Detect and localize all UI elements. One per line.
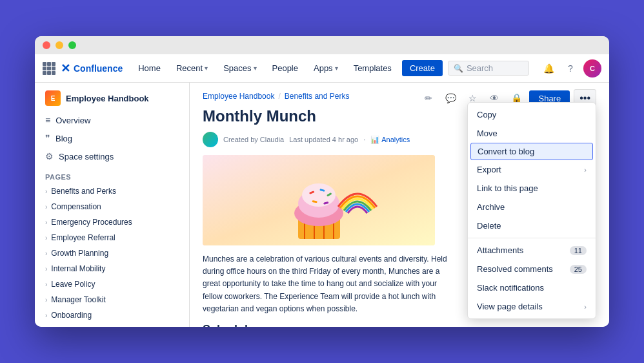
- chevron-down-icon: ▾: [254, 65, 257, 72]
- chevron-down-icon: ▾: [335, 65, 338, 72]
- sidebar-page-emergency[interactable]: › Emergency Procedures: [35, 214, 189, 230]
- chevron-right-icon: ›: [45, 265, 47, 273]
- sidebar-item-label: Space settings: [59, 152, 114, 161]
- sidebar: E Employee Handbook ≡ Overview ❞ Blog ⚙ …: [35, 83, 190, 327]
- chevron-right-icon: ›: [45, 203, 47, 211]
- nav-spaces[interactable]: Spaces ▾: [218, 61, 261, 76]
- overview-icon: ≡: [45, 115, 50, 125]
- attachments-badge: 11: [570, 246, 587, 255]
- edit-button[interactable]: ✏: [419, 89, 438, 107]
- sidebar-page-internal-mobility[interactable]: › Internal Mobility: [35, 261, 189, 276]
- sidebar-page-manager[interactable]: › Manager Toolkit: [35, 292, 189, 307]
- help-button[interactable]: ?: [561, 59, 579, 78]
- menu-item-convert-to-blog[interactable]: Convert to blog: [470, 143, 593, 160]
- navbar: ✕ Confluence Home Recent ▾ Spaces ▾ Peop…: [35, 54, 609, 83]
- chevron-right-icon: ›: [45, 188, 47, 195]
- sidebar-page-leave[interactable]: › Leave Policy: [35, 276, 189, 292]
- logo[interactable]: ✕ Confluence: [61, 61, 123, 76]
- menu-item-export[interactable]: Export ›: [468, 160, 596, 179]
- chevron-right-icon: ›: [45, 219, 47, 226]
- sidebar-page-compensation[interactable]: › Compensation: [35, 199, 189, 214]
- sidebar-item-blog[interactable]: ❞ Blog: [35, 129, 189, 147]
- sidebar-page-growth[interactable]: › Growth Planning: [35, 245, 189, 261]
- nav-recent[interactable]: Recent ▾: [171, 61, 213, 76]
- breadcrumb-link-benefits[interactable]: Benefits and Perks: [285, 92, 350, 101]
- settings-icon: ⚙: [45, 151, 54, 161]
- menu-item-move[interactable]: Move: [468, 124, 596, 143]
- sidebar-page-onboarding[interactable]: › Onboarding: [35, 307, 189, 323]
- sidebar-page-employee-referral[interactable]: › Employee Referral: [35, 230, 189, 245]
- sidebar-item-settings[interactable]: ⚙ Space settings: [35, 147, 189, 165]
- app-window: ✕ Confluence Home Recent ▾ Spaces ▾ Peop…: [35, 36, 609, 327]
- search-icon: 🔍: [454, 64, 463, 73]
- sidebar-item-label: Blog: [55, 134, 72, 143]
- space-icon: E: [45, 90, 61, 106]
- chevron-right-icon: ›: [584, 303, 587, 311]
- sidebar-item-overview[interactable]: ≡ Overview: [35, 111, 189, 129]
- nav-apps[interactable]: Apps ▾: [308, 61, 343, 76]
- resolved-comments-badge: 25: [570, 265, 587, 274]
- nav-people[interactable]: People: [267, 61, 303, 76]
- content-area: Employee Handbook / Benefits and Perks ✏…: [190, 83, 609, 327]
- grid-icon[interactable]: [43, 62, 55, 75]
- breadcrumb: Employee Handbook / Benefits and Perks: [190, 85, 362, 105]
- nav-home[interactable]: Home: [133, 61, 166, 76]
- sidebar-item-label: Overview: [55, 116, 90, 125]
- sidebar-space-title: Employee Handbook: [66, 94, 149, 103]
- menu-item-copy[interactable]: Copy: [468, 105, 596, 124]
- chevron-right-icon: ›: [45, 234, 47, 242]
- titlebar: [35, 36, 609, 54]
- breadcrumb-separator: /: [278, 92, 280, 101]
- sidebar-page-benefits[interactable]: › Benefits and Perks: [35, 183, 189, 199]
- menu-item-archive[interactable]: Archive: [468, 198, 596, 216]
- nav-templates[interactable]: Templates: [348, 61, 397, 76]
- main-body: E Employee Handbook ≡ Overview ❞ Blog ⚙ …: [35, 83, 609, 327]
- breadcrumb-link-handbook[interactable]: Employee Handbook: [203, 92, 274, 101]
- menu-item-resolved-comments[interactable]: Resolved comments 25: [468, 260, 596, 278]
- meta-created: Created by Claudia: [223, 136, 284, 143]
- minimize-dot[interactable]: [55, 41, 63, 49]
- meta-updated: Last updated 4 hr ago: [289, 136, 358, 143]
- chevron-right-icon: ›: [45, 296, 47, 304]
- author-avatar: [203, 132, 218, 147]
- cupcake-svg: [203, 155, 435, 245]
- chevron-right-icon: ›: [584, 166, 587, 174]
- page-body: Munches are a celebration of various cul…: [190, 253, 461, 323]
- sidebar-header: E Employee Handbook: [35, 83, 189, 111]
- maximize-dot[interactable]: [68, 41, 76, 49]
- search-box[interactable]: 🔍 Search: [448, 61, 529, 76]
- chevron-down-icon: ▾: [205, 65, 208, 72]
- menu-item-attachments[interactable]: Attachments 11: [468, 241, 596, 260]
- logo-icon: ✕: [61, 61, 70, 76]
- chevron-right-icon: ›: [45, 281, 47, 288]
- close-dot[interactable]: [43, 41, 50, 49]
- context-menu: Copy Move Convert to blog Export › Link …: [467, 102, 596, 319]
- logo-text: Confluence: [74, 63, 123, 74]
- comment-button[interactable]: 💬: [441, 89, 459, 107]
- search-placeholder: Search: [467, 63, 493, 73]
- menu-item-delete[interactable]: Delete: [468, 216, 596, 235]
- menu-divider: [468, 238, 596, 238]
- menu-item-slack[interactable]: Slack notifications: [468, 278, 596, 297]
- chevron-right-icon: ›: [45, 250, 47, 257]
- user-avatar[interactable]: C: [583, 59, 601, 78]
- svg-point-8: [302, 183, 336, 207]
- menu-item-link-to-page[interactable]: Link to this page: [468, 179, 596, 198]
- meta-analytics[interactable]: 📊 Analytics: [370, 136, 410, 144]
- page-image: [203, 155, 435, 245]
- sidebar-page-survey[interactable]: › People Survey Results: [35, 323, 189, 327]
- schedule-heading: Schedule: [190, 323, 609, 327]
- nav-icons: 🔔 ? C: [539, 59, 601, 78]
- blog-icon: ❞: [45, 133, 50, 143]
- menu-item-view-page-details[interactable]: View page details ›: [468, 297, 596, 316]
- analytics-icon: 📊: [370, 136, 379, 144]
- pages-section-title: PAGES: [35, 165, 189, 183]
- notifications-button[interactable]: 🔔: [539, 59, 558, 78]
- chevron-right-icon: ›: [45, 312, 47, 319]
- create-button[interactable]: Create: [402, 60, 443, 76]
